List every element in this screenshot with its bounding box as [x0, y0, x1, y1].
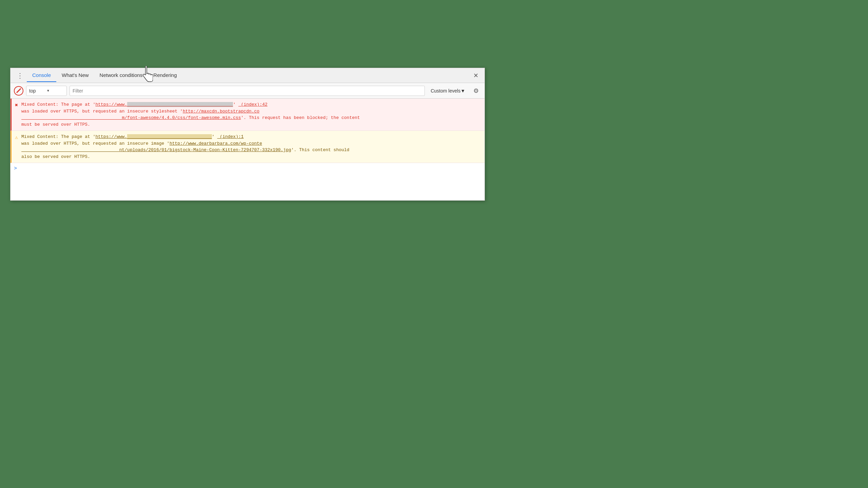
- custom-levels-arrow: ▼: [460, 88, 465, 94]
- error-msg-prefix-1: Mixed Content: The page at ': [21, 102, 95, 107]
- devtools-window: ⋮ Console What's New Network conditions …: [10, 68, 485, 201]
- error-location-1[interactable]: (index):42: [238, 102, 268, 107]
- console-content: ✖ Mixed Content: The page at 'https://ww…: [11, 99, 485, 200]
- tab-console-label: Console: [32, 72, 51, 78]
- error-msg-line2-1: was loaded over HTTPS, but requested an …: [21, 109, 183, 114]
- settings-button[interactable]: ⚙: [471, 86, 481, 96]
- console-prompt-row: >: [11, 163, 485, 174]
- devtools-menu-button[interactable]: ⋮: [13, 72, 27, 80]
- console-toolbar: top ▼ Custom levels ▼ ⚙: [11, 83, 485, 99]
- custom-levels-dropdown[interactable]: Custom levels ▼: [428, 87, 468, 95]
- tab-network-conditions[interactable]: Network conditions: [94, 69, 148, 82]
- context-dropdown[interactable]: top ▼: [26, 86, 67, 96]
- custom-levels-label: Custom levels: [431, 88, 460, 94]
- filter-input[interactable]: [70, 86, 425, 96]
- warning-msg-mid-2: ': [212, 134, 215, 139]
- devtools-close-button[interactable]: ✕: [470, 72, 482, 79]
- menu-icon: ⋮: [17, 72, 23, 80]
- console-row-warning-2: ⚠ Mixed Content: The page at 'https://ww…: [11, 131, 485, 163]
- warning-page-url-2[interactable]: https://www.xxxxxxxxxxxxxxxxxxxxxxxxxxxx…: [95, 134, 212, 139]
- close-icon: ✕: [473, 72, 478, 79]
- tab-whats-new[interactable]: What's New: [56, 69, 94, 82]
- context-dropdown-arrow: ▼: [46, 89, 64, 93]
- tab-console[interactable]: Console: [27, 69, 56, 82]
- tab-bar: ⋮ Console What's New Network conditions …: [11, 68, 485, 83]
- clear-console-button[interactable]: [14, 86, 23, 96]
- console-row-error-1: ✖ Mixed Content: The page at 'https://ww…: [11, 99, 485, 131]
- error-text-1: Mixed Content: The page at 'https://www.…: [21, 101, 481, 128]
- prompt-icon: >: [14, 166, 17, 171]
- error-msg-mid-1: ': [233, 102, 236, 107]
- warning-msg-line2-2: was loaded over HTTPS, but requested an …: [21, 141, 170, 146]
- tab-rendering[interactable]: Rendering: [148, 69, 182, 82]
- warning-location-2[interactable]: (index):1: [217, 134, 244, 139]
- gear-icon: ⚙: [473, 87, 479, 95]
- tab-rendering-label: Rendering: [153, 72, 177, 78]
- context-value: top: [29, 88, 46, 94]
- warning-msg-prefix-2: Mixed Content: The page at ': [21, 134, 95, 139]
- tab-whats-new-label: What's New: [62, 72, 89, 78]
- warning-text-2: Mixed Content: The page at 'https://www.…: [21, 134, 481, 160]
- error-page-url-1[interactable]: https://www.xxxxxxxxxxxxxxxxxxxxxxxxxxxx…: [95, 102, 233, 107]
- tab-network-conditions-label: Network conditions: [100, 72, 143, 78]
- warning-icon-2: ⚠: [15, 134, 18, 142]
- error-icon-1: ✖: [15, 102, 18, 110]
